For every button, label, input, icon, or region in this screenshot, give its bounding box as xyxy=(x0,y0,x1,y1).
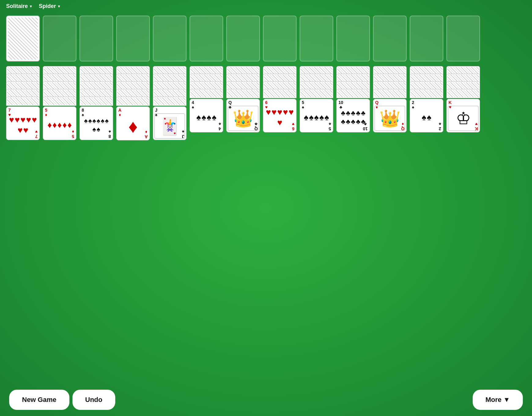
solitaire-menu[interactable]: Solitaire ▼ xyxy=(6,3,33,9)
faceup-card-11[interactable]: 2♠ ♠♠ 2♠ xyxy=(410,99,443,132)
faceup-card-10[interactable]: Q♦ 👑 Q♦ xyxy=(373,99,407,132)
faceup-card-3[interactable]: A♦ ♦ A♦ xyxy=(116,106,150,140)
tableau-col-10: Q♦ 👑 Q♦ xyxy=(373,66,407,132)
foundation-slot-4[interactable] xyxy=(153,16,187,61)
faceup-card-6[interactable]: Q♣ 👑 Q♣ xyxy=(226,99,260,132)
foundation-slot-6[interactable] xyxy=(226,16,260,61)
facedown-stack-6 xyxy=(226,66,260,98)
faceup-card-0[interactable]: 7♥ ♥♥♥♥♥♥♥ 7♥ xyxy=(6,106,40,140)
faceup-card-7[interactable]: 6♥ ♥♥♥♥♥♥ 6♥ xyxy=(263,99,297,132)
foundation-slot-9[interactable] xyxy=(336,16,370,61)
tableau-col-9: 10♣ ♣♣♣♣♣♣♣♣♣♣ 10♣ xyxy=(336,66,370,132)
foundation-slot-7[interactable] xyxy=(263,16,297,61)
tableau-col-2: 8♠ ♠♠♠♠♠♠♠♠ 8♠ xyxy=(79,66,113,140)
foundation-slot-11[interactable] xyxy=(410,16,443,61)
facedown-card-6-3 xyxy=(226,89,260,98)
facedown-stack-5 xyxy=(190,66,223,98)
facedown-stack-10 xyxy=(373,66,407,98)
faceup-card-5[interactable]: 4♠ ♠♠♠♠ 4♠ xyxy=(190,99,223,132)
faceup-card-9[interactable]: 10♣ ♣♣♣♣♣♣♣♣♣♣ 10♣ xyxy=(336,99,370,132)
tableau-col-3: A♦ ♦ A♦ xyxy=(116,66,150,140)
facedown-card-9-3 xyxy=(336,89,370,98)
spider-menu[interactable]: Spider ▼ xyxy=(39,3,61,9)
facedown-stack-8 xyxy=(300,66,333,98)
tableau-col-8: 5♠ ♠♠♠♠♠ 5♠ xyxy=(300,66,333,132)
facedown-stack-11 xyxy=(410,66,443,98)
faceup-card-12[interactable]: K♥ ♔ K♥ xyxy=(446,99,480,132)
facedown-stack-1 xyxy=(43,66,76,106)
tableau-col-6: Q♣ 👑 Q♣ xyxy=(226,66,260,132)
solitaire-label: Solitaire xyxy=(6,3,28,9)
facedown-card-0-4 xyxy=(6,97,40,106)
foundation-slot-1[interactable] xyxy=(43,16,76,61)
facedown-card-4-4 xyxy=(153,97,187,106)
faceup-card-2[interactable]: 8♠ ♠♠♠♠♠♠♠♠ 8♠ xyxy=(79,106,113,140)
tableau-col-4: J♠ 🃏 J♠ xyxy=(153,66,187,140)
solitaire-arrow-icon: ▼ xyxy=(29,4,33,9)
foundation-slot-3[interactable] xyxy=(116,16,150,61)
header: Solitaire ▼ Spider ▼ xyxy=(0,0,532,13)
faceup-card-8[interactable]: 5♠ ♠♠♠♠♠ 5♠ xyxy=(300,99,333,132)
spider-arrow-icon: ▼ xyxy=(57,4,61,9)
facedown-card-1-4 xyxy=(43,97,76,106)
new-game-button[interactable]: New Game xyxy=(9,390,69,410)
tableau-col-1: 5♦ ♦♦♦♦♦ 5♦ xyxy=(43,66,76,140)
bottom-bar: New Game Undo More ▼ xyxy=(0,390,532,410)
foundation-slot-10[interactable] xyxy=(373,16,407,61)
facedown-stack-0 xyxy=(6,66,40,106)
facedown-card-7-3 xyxy=(263,89,297,98)
facedown-card-12-3 xyxy=(446,89,480,98)
facedown-card-8-3 xyxy=(300,89,333,98)
facedown-stack-9 xyxy=(336,66,370,98)
tableau-col-11: 2♠ ♠♠ 2♠ xyxy=(410,66,443,132)
facedown-stack-12 xyxy=(446,66,480,98)
foundation-slot-2[interactable] xyxy=(79,16,113,61)
facedown-stack-4 xyxy=(153,66,187,106)
facedown-card-10-3 xyxy=(373,89,407,98)
facedown-stack-3 xyxy=(116,66,150,106)
foundation-row xyxy=(6,16,526,61)
more-label: More xyxy=(486,396,502,404)
tableau-col-12: K♥ ♔ K♥ xyxy=(446,66,480,132)
spider-label: Spider xyxy=(39,3,56,9)
facedown-card-2-4 xyxy=(79,97,113,106)
faceup-card-1[interactable]: 5♦ ♦♦♦♦♦ 5♦ xyxy=(43,106,76,140)
game-area: 7♥ ♥♥♥♥♥♥♥ 7♥ 5♦ ♦♦♦♦♦ 5♦ 8♠ ♠♠♠♠♠♠♠♠ 8♠… xyxy=(0,13,532,143)
facedown-card-5-3 xyxy=(190,89,223,98)
foundation-slot-12[interactable] xyxy=(446,16,480,61)
facedown-card-3-4 xyxy=(116,97,150,106)
more-arrow-icon: ▼ xyxy=(503,396,510,404)
stock-pile[interactable] xyxy=(6,16,40,61)
more-button[interactable]: More ▼ xyxy=(473,390,523,410)
facedown-card-11-3 xyxy=(410,89,443,98)
tableau: 7♥ ♥♥♥♥♥♥♥ 7♥ 5♦ ♦♦♦♦♦ 5♦ 8♠ ♠♠♠♠♠♠♠♠ 8♠… xyxy=(6,66,526,140)
foundation-slot-8[interactable] xyxy=(300,16,333,61)
undo-button[interactable]: Undo xyxy=(72,390,115,410)
tableau-col-5: 4♠ ♠♠♠♠ 4♠ xyxy=(190,66,223,132)
tableau-col-7: 6♥ ♥♥♥♥♥♥ 6♥ xyxy=(263,66,297,132)
tableau-col-0: 7♥ ♥♥♥♥♥♥♥ 7♥ xyxy=(6,66,40,140)
foundation-slot-5[interactable] xyxy=(190,16,223,61)
facedown-stack-7 xyxy=(263,66,297,98)
facedown-stack-2 xyxy=(79,66,113,106)
bottom-left-buttons: New Game Undo xyxy=(9,390,115,410)
faceup-card-4[interactable]: J♠ 🃏 J♠ xyxy=(153,106,187,140)
